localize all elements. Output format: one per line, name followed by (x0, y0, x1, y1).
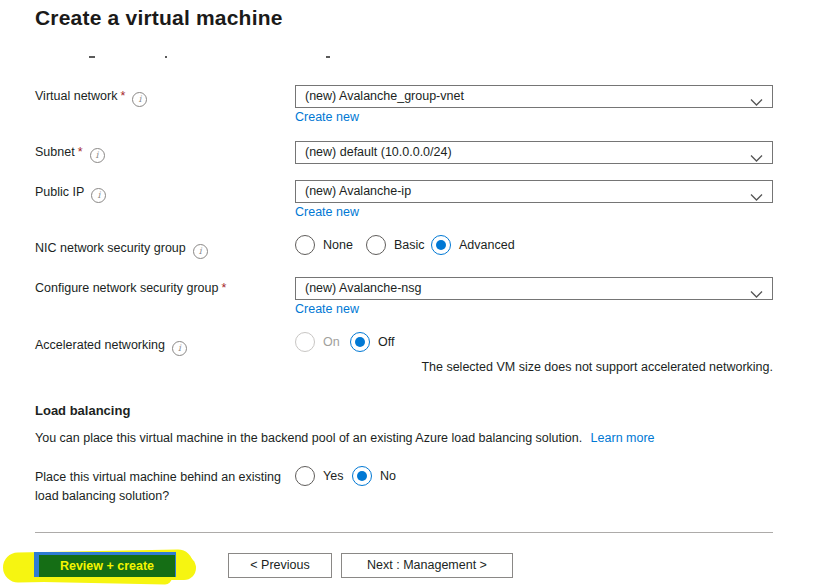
radio-circle-selected (350, 332, 370, 352)
radio-label: Advanced (459, 238, 515, 252)
radio-circle (366, 235, 386, 255)
virtual-network-label: Virtual network*i (35, 89, 147, 107)
create-new-public-ip-link[interactable]: Create new (295, 205, 359, 219)
chevron-down-icon (750, 188, 763, 209)
chevron-down-icon (750, 93, 763, 114)
subnet-select[interactable]: (new) default (10.0.0.0/24) (295, 141, 773, 164)
review-create-button[interactable]: Review + create (39, 555, 175, 577)
public-ip-select[interactable]: (new) Avalanche-ip (295, 180, 773, 203)
subnet-value: (new) default (10.0.0.0/24) (305, 145, 452, 159)
configure-nsg-select[interactable]: (new) Avalanche-nsg (295, 277, 773, 300)
info-icon[interactable]: i (172, 341, 187, 356)
radio-nic-nsg-advanced[interactable]: Advanced (431, 235, 515, 255)
info-icon[interactable]: i (91, 188, 106, 203)
page-title: Create a virtual machine (35, 6, 283, 30)
public-ip-value: (new) Avalanche-ip (305, 184, 411, 198)
radio-load-balancing-no[interactable]: No (352, 466, 396, 486)
radio-label: Basic (394, 238, 425, 252)
load-balancing-heading: Load balancing (35, 403, 130, 418)
accelerated-networking-label: Accelerated networkingi (35, 338, 187, 356)
radio-accelerated-off[interactable]: Off (350, 332, 394, 352)
radio-accelerated-on: On (295, 332, 340, 352)
accelerated-networking-note: The selected VM size does not support ac… (295, 360, 773, 374)
load-balancing-question-label: Place this virtual machine behind an exi… (35, 468, 287, 506)
virtual-network-value: (new) Avalanche_group-vnet (305, 89, 464, 103)
load-balancing-description: You can place this virtual machine in th… (35, 431, 655, 445)
radio-circle-selected (352, 466, 372, 486)
public-ip-label: Public IPi (35, 185, 106, 203)
learn-more-link[interactable]: Learn more (591, 431, 655, 445)
virtual-network-select[interactable]: (new) Avalanche_group-vnet (295, 85, 773, 108)
radio-circle-disabled (295, 332, 315, 352)
radio-load-balancing-yes[interactable]: Yes (295, 466, 343, 486)
radio-label: Yes (323, 469, 343, 483)
required-asterisk: * (78, 145, 83, 159)
next-management-button[interactable]: Next : Management > (341, 553, 513, 578)
required-asterisk: * (120, 89, 125, 103)
chevron-down-icon (750, 149, 763, 170)
chevron-down-icon (750, 285, 763, 306)
radio-label: Off (378, 335, 394, 349)
nic-nsg-label: NIC network security groupi (35, 241, 208, 259)
create-vm-page: Create a virtual machine Virtual network… (0, 0, 828, 586)
footer-divider (35, 532, 773, 533)
configure-nsg-label: Configure network security group* (35, 281, 226, 295)
create-new-nsg-link[interactable]: Create new (295, 302, 359, 316)
radio-circle (295, 466, 315, 486)
radio-circle-selected (431, 235, 451, 255)
radio-circle (295, 235, 315, 255)
required-asterisk: * (221, 281, 226, 295)
radio-nic-nsg-none[interactable]: None (295, 235, 353, 255)
radio-label: On (323, 335, 340, 349)
info-icon[interactable]: i (132, 92, 147, 107)
configure-nsg-value: (new) Avalanche-nsg (305, 281, 422, 295)
create-new-vnet-link[interactable]: Create new (295, 110, 359, 124)
radio-nic-nsg-basic[interactable]: Basic (366, 235, 425, 255)
radio-label: None (323, 238, 353, 252)
subnet-label: Subnet*i (35, 145, 105, 163)
info-icon[interactable]: i (193, 244, 208, 259)
previous-button[interactable]: < Previous (228, 553, 332, 578)
info-icon[interactable]: i (90, 148, 105, 163)
radio-label: No (380, 469, 396, 483)
